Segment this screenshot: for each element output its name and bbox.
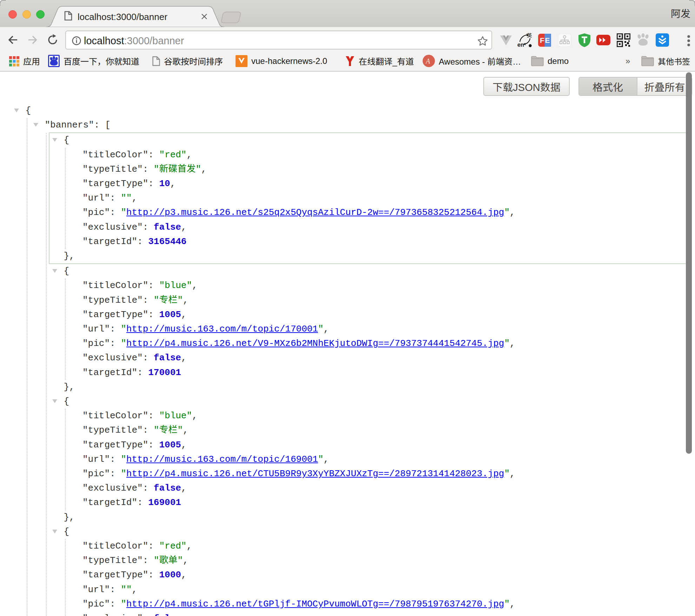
svg-text:E: E <box>545 36 550 44</box>
svg-text:en: en <box>517 42 524 48</box>
svg-text:A: A <box>425 57 430 65</box>
svg-text:F: F <box>540 36 544 44</box>
